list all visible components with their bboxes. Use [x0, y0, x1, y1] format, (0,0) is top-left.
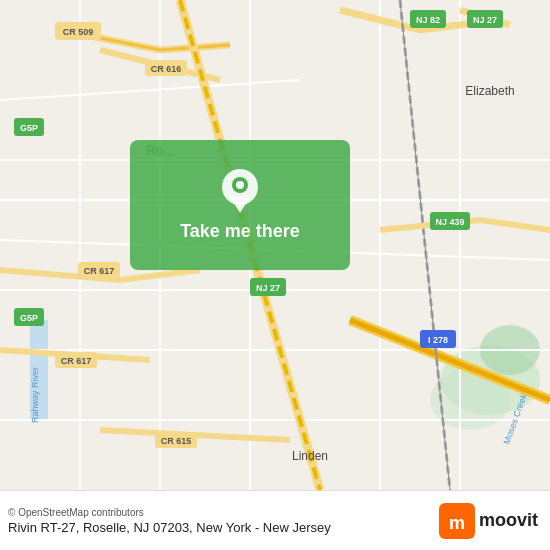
- moovit-logo: m moovit: [439, 503, 538, 539]
- svg-text:NJ 82: NJ 82: [416, 15, 440, 25]
- svg-point-50: [236, 181, 244, 189]
- svg-text:m: m: [449, 513, 465, 533]
- moovit-logo-icon: m: [439, 503, 475, 539]
- svg-text:I 278: I 278: [428, 335, 448, 345]
- svg-text:Rahway River: Rahway River: [30, 367, 40, 423]
- svg-text:NJ 27: NJ 27: [256, 283, 280, 293]
- svg-text:Elizabeth: Elizabeth: [465, 84, 514, 98]
- svg-marker-51: [230, 197, 250, 213]
- map-container: CR 509 NJ 82 NJ 27 CR 616 G5P CR 617 NJ …: [0, 0, 550, 490]
- svg-text:G5P: G5P: [20, 313, 38, 323]
- info-left: © OpenStreetMap contributors Rivin RT-27…: [8, 507, 331, 535]
- svg-text:CR 509: CR 509: [63, 27, 94, 37]
- svg-text:Linden: Linden: [292, 449, 328, 463]
- svg-text:NJ 27: NJ 27: [473, 15, 497, 25]
- copyright-text: © OpenStreetMap contributors: [8, 507, 331, 518]
- svg-text:NJ 439: NJ 439: [435, 217, 464, 227]
- info-bar: © OpenStreetMap contributors Rivin RT-27…: [0, 490, 550, 550]
- take-me-there-button[interactable]: Take me there: [130, 140, 350, 270]
- moovit-logo-text: moovit: [479, 510, 538, 531]
- svg-text:CR 615: CR 615: [161, 436, 192, 446]
- address-text: Rivin RT-27, Roselle, NJ 07203, New York…: [8, 520, 331, 535]
- take-me-there-label: Take me there: [180, 221, 300, 242]
- svg-text:CR 617: CR 617: [61, 356, 92, 366]
- svg-text:CR 617: CR 617: [84, 266, 115, 276]
- svg-text:CR 616: CR 616: [151, 64, 182, 74]
- svg-text:G5P: G5P: [20, 123, 38, 133]
- location-pin-icon: [222, 169, 258, 213]
